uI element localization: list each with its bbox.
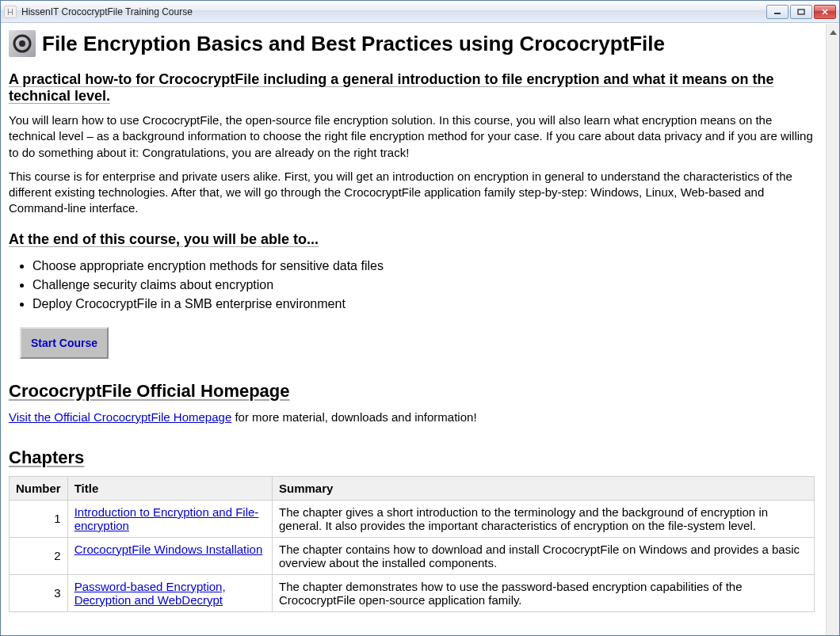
chapter-title-cell: Password-based Encryption, Decryption an… [67, 574, 272, 611]
list-item: Choose appropriate encryption methods fo… [32, 259, 815, 273]
start-course-button[interactable]: Start Course [20, 327, 109, 359]
minimize-button[interactable] [766, 5, 788, 19]
table-header-row: Number Title Summary [10, 476, 815, 500]
table-row: 1 Introduction to Encryption and File-en… [10, 500, 815, 537]
svg-rect-1 [798, 10, 804, 14]
app-window: H HissenIT CrococryptFile Training Cours… [0, 0, 840, 636]
maximize-button[interactable] [790, 5, 812, 19]
col-title: Title [67, 476, 272, 500]
homepage-heading: CrococryptFile Official Homepage [9, 381, 815, 402]
chapters-heading: Chapters [9, 447, 815, 468]
chapter-summary: The chapter demonstrates how to use the … [273, 574, 815, 611]
list-item: Challenge security claims about encrypti… [32, 278, 815, 292]
scroll-up-icon[interactable] [827, 25, 839, 39]
chapter-number: 1 [10, 500, 68, 537]
subtitle: A practical how-to for CrococryptFile in… [9, 71, 815, 105]
chapter-title-cell: Introduction to Encryption and File-encr… [67, 500, 272, 537]
outcomes-heading: At the end of this course, you will be a… [9, 231, 815, 248]
page-title: File Encryption Basics and Best Practice… [9, 30, 815, 57]
course-logo-icon [9, 30, 36, 57]
page-title-text: File Encryption Basics and Best Practice… [42, 32, 665, 56]
chapter-title-cell: CrococryptFile Windows Installation [67, 537, 272, 574]
list-item: Deploy CrococryptFile in a SMB enterpris… [32, 297, 815, 311]
intro-para-1: You will learn how to use CrococryptFile… [9, 112, 815, 161]
chapter-link[interactable]: CrococryptFile Windows Installation [74, 543, 263, 556]
homepage-link[interactable]: Visit the Official CrococryptFile Homepa… [9, 410, 231, 424]
table-row: 2 CrococryptFile Windows Installation Th… [10, 537, 815, 574]
window-controls [766, 5, 836, 19]
outcomes-list: Choose appropriate encryption methods fo… [32, 259, 815, 311]
vertical-scrollbar[interactable] [826, 24, 839, 635]
homepage-tail: for more material, downloads and informa… [231, 410, 476, 424]
chapter-link[interactable]: Introduction to Encryption and File-encr… [74, 505, 259, 532]
chapter-number: 2 [10, 537, 68, 574]
col-summary: Summary [273, 476, 815, 500]
titlebar: H HissenIT CrococryptFile Training Cours… [1, 1, 839, 23]
homepage-line: Visit the Official CrococryptFile Homepa… [9, 409, 815, 425]
app-icon: H [4, 6, 17, 18]
chapters-table: Number Title Summary 1 Introduction to E… [9, 476, 815, 612]
svg-point-5 [19, 40, 25, 47]
chapter-link[interactable]: Password-based Encryption, Decryption an… [74, 580, 226, 607]
intro-para-2: This course is for enterprise and privat… [9, 169, 815, 217]
svg-marker-6 [830, 30, 837, 35]
svg-rect-0 [774, 13, 781, 14]
chapter-summary: The chapter gives a short introduction t… [273, 500, 815, 537]
chapter-number: 3 [10, 574, 68, 611]
table-row: 3 Password-based Encryption, Decryption … [10, 574, 815, 611]
window-title: HissenIT CrococryptFile Training Course [21, 6, 766, 17]
content-wrap: File Encryption Basics and Best Practice… [1, 23, 839, 635]
chapter-summary: The chapter contains how to download and… [273, 537, 815, 574]
close-button[interactable] [814, 5, 836, 19]
col-number: Number [10, 476, 68, 500]
page-content: File Encryption Basics and Best Practice… [1, 24, 826, 635]
